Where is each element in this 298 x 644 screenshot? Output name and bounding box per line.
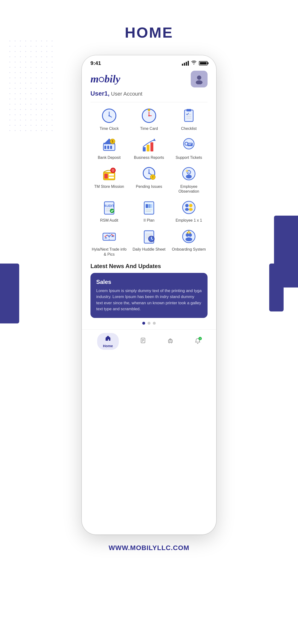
grid-item-rsm-audit[interactable]: AUDIT RSM Audit (90, 199, 128, 223)
svg-rect-26 (143, 147, 146, 152)
mobily-logo: mbily (90, 74, 120, 84)
svg-rect-97 (170, 339, 171, 340)
bank-deposit-icon: $ (100, 136, 118, 153)
bg-dots (7, 38, 55, 134)
time-card-label: Time Card (140, 126, 158, 131)
news-card-title: Sales (96, 279, 202, 285)
wifi-icon (191, 60, 197, 66)
robot-icon (167, 337, 174, 345)
nav-item-robot[interactable] (167, 337, 174, 345)
footer-url: WWW.MOBILYLLC.COM (109, 544, 189, 552)
grid-item-pending-issues[interactable]: ! Pending Issues (130, 165, 168, 194)
home-icon (105, 335, 111, 343)
ii-plan-icon (140, 199, 158, 216)
pending-issues-icon: ! (140, 165, 158, 182)
nav-item-notifications[interactable]: 1 (195, 338, 201, 345)
svg-rect-39 (109, 176, 114, 178)
grid-item-checklist[interactable]: Checklist (170, 107, 208, 131)
grid-item-tm-store-mission[interactable]: ! TM Store Mission (90, 165, 128, 194)
svg-rect-21 (110, 146, 112, 149)
support-tickets-label: Support Tickets (176, 155, 202, 160)
employee-observation-label: Employee Observation (170, 184, 208, 194)
battery-fill (200, 62, 207, 64)
svg-marker-29 (153, 138, 156, 141)
svg-text:!: ! (152, 175, 154, 179)
rsm-audit-icon: AUDIT (100, 199, 118, 216)
svg-rect-14 (186, 109, 191, 112)
time-clock-label: Time Clock (100, 126, 118, 131)
dot-3[interactable] (153, 322, 156, 325)
avatar-icon (194, 74, 204, 84)
app-content: mbily User1, User Account (82, 68, 216, 325)
bg-rect-right2 (269, 264, 284, 312)
grid-item-daily-huddle[interactable]: Daily Huddle Sheet (130, 228, 168, 257)
support-tickets-icon (180, 136, 198, 153)
app-header: mbily (90, 71, 208, 88)
svg-point-12 (148, 109, 150, 111)
tm-store-mission-icon: ! (100, 165, 118, 182)
hyla-next-icon (100, 228, 118, 245)
grid-item-hyla-next[interactable]: Hyla/Next Trade info & Pics (90, 228, 128, 257)
news-card: Sales Lorem Ipsum is simply dummy text o… (90, 273, 208, 318)
tm-store-mission-label: TM Store Mission (94, 184, 124, 189)
news-card-text: Lorem Ipsum is simply dummy text of the … (96, 288, 202, 312)
svg-rect-64 (148, 204, 151, 208)
svg-rect-20 (107, 146, 109, 149)
employee-observation-icon (180, 165, 198, 182)
dot-1[interactable] (142, 322, 145, 325)
onboarding-icon (180, 228, 198, 245)
grid-item-employee-observation[interactable]: Employee Observation (170, 165, 208, 194)
signal-bars-icon (182, 61, 189, 66)
status-bar: 9:41 (82, 55, 216, 68)
svg-point-53 (186, 175, 192, 178)
notification-count: 1 (198, 337, 202, 340)
nav-item-documents[interactable] (140, 337, 146, 345)
daily-huddle-icon (140, 228, 158, 245)
notification-badge: 1 (195, 338, 201, 345)
signal-bar-4 (188, 61, 189, 66)
ii-plan-label: II Plan (143, 218, 154, 223)
svg-point-90 (186, 238, 192, 241)
grid-item-ii-plan[interactable]: II Plan (130, 199, 168, 223)
svg-text:$: $ (112, 140, 113, 143)
bg-rect-left (0, 264, 19, 324)
checklist-icon (180, 107, 198, 124)
documents-icon (140, 337, 146, 345)
grid-item-employee-1x1[interactable]: Employee 1 x 1 (170, 199, 208, 223)
svg-rect-63 (146, 204, 148, 208)
svg-point-89 (189, 233, 192, 237)
svg-point-0 (197, 76, 201, 80)
grid-item-support-tickets[interactable]: Support Tickets (170, 136, 208, 160)
signal-bar-1 (182, 64, 183, 66)
user-avatar[interactable] (191, 71, 208, 88)
user-name: User1, (90, 90, 110, 97)
signal-bar-2 (184, 63, 185, 66)
nav-home-label: Home (103, 344, 113, 348)
svg-point-88 (186, 233, 189, 237)
grid-item-business-reports[interactable]: Business Reports (130, 136, 168, 160)
nav-item-home[interactable]: Home (97, 333, 119, 350)
svg-point-67 (183, 201, 195, 214)
user-role: User Account (110, 91, 142, 97)
svg-point-46 (148, 172, 150, 174)
business-reports-label: Business Reports (134, 155, 164, 160)
logo-area: mbily (90, 74, 120, 84)
svg-rect-38 (109, 174, 114, 176)
grid-item-bank-deposit[interactable]: $ Bank Deposit (90, 136, 128, 160)
grid-item-time-clock[interactable]: Time Clock (90, 107, 128, 131)
grid-item-onboarding[interactable]: Onboarding System (170, 228, 208, 257)
checklist-label: Checklist (181, 126, 197, 131)
daily-huddle-label: Daily Huddle Sheet (133, 247, 166, 252)
status-bar-right (182, 60, 208, 66)
user-greeting: User1, User Account (90, 90, 208, 97)
svg-rect-13 (185, 110, 193, 122)
bottom-nav: Home (82, 330, 216, 354)
svg-rect-19 (104, 146, 106, 149)
bank-deposit-label: Bank Deposit (98, 155, 120, 160)
dot-2[interactable] (147, 322, 151, 325)
employee-1x1-icon (180, 199, 198, 216)
pending-issues-label: Pending Issues (136, 184, 162, 189)
grid-item-time-card[interactable]: Time Card (130, 107, 168, 131)
latest-news-title: Latest News And Updates (90, 263, 208, 270)
svg-rect-27 (146, 145, 150, 152)
